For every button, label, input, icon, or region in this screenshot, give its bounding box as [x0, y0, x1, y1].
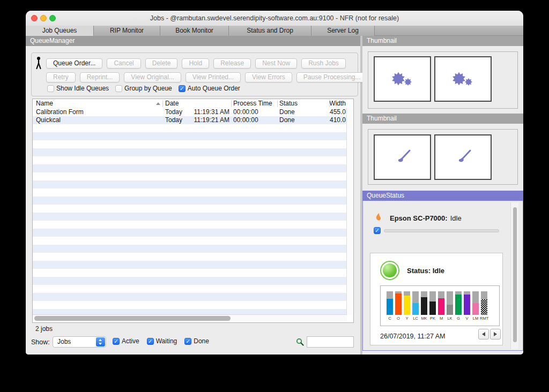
tab-rip-monitor[interactable]: RIP Monitor	[94, 26, 160, 36]
job-table-header[interactable]: NameDateProcess TimeStatusWidth	[33, 99, 353, 109]
main-tab-bar: Job QueuesRIP MonitorBook MonitorStatus …	[26, 26, 523, 36]
ink-channel-label: LK	[446, 316, 454, 321]
cell-process-time: 00:00:00	[233, 116, 276, 124]
queue-progress	[384, 229, 499, 232]
column-header-date[interactable]: Date	[165, 99, 179, 108]
ink-channel-label: Y	[403, 316, 411, 321]
queue-tool-icon	[34, 56, 43, 72]
tab-status-and-drop[interactable]: Status and Drop	[229, 26, 311, 36]
ink-bar-track	[412, 291, 419, 315]
active-checkbox[interactable]: ✓Active	[113, 337, 139, 345]
ink-channel-y: Y	[403, 291, 411, 321]
ink-bar-fill	[447, 305, 453, 315]
cell-process-time: 00:00:00	[233, 108, 276, 116]
queue-status-scrollbar-thumb[interactable]	[513, 207, 517, 342]
column-header-process-time[interactable]: Process Time	[233, 99, 272, 108]
printer-monitor-checkbox[interactable]: ✓	[374, 227, 381, 234]
thumbnail-image[interactable]	[374, 134, 431, 180]
window-title: Jobs - @rambutan.swdevel.serendipity-sof…	[26, 11, 523, 26]
column-header-status[interactable]: Status	[279, 99, 298, 108]
title-bar: Jobs - @rambutan.swdevel.serendipity-sof…	[26, 11, 523, 26]
column-header-name[interactable]: Name	[36, 99, 53, 108]
cell-width: 455.0	[301, 108, 346, 116]
cell-name: Quickcal	[36, 116, 154, 124]
ink-bar-fill	[438, 298, 444, 315]
ink-channel-mk: MK	[420, 291, 428, 321]
ink-channel-label: MK	[420, 316, 428, 321]
previous-status-button[interactable]	[478, 329, 489, 340]
ink-bar-track	[404, 291, 410, 315]
ink-channel-pk: PK	[428, 291, 437, 321]
printer-state: Idle	[450, 214, 462, 222]
column-separator	[277, 100, 278, 107]
ink-channel-label: LM	[471, 316, 480, 321]
ink-bar-track	[438, 291, 444, 315]
column-header-width[interactable]: Width	[301, 99, 346, 108]
ink-channel-label: V	[463, 316, 471, 321]
checkbox-label: Group by Queue	[124, 85, 172, 92]
delete-button[interactable]: Delete	[145, 58, 178, 69]
horizontal-scrollbar[interactable]	[33, 314, 347, 322]
tab-job-queues[interactable]: Job Queues	[26, 26, 94, 36]
job-table: NameDateProcess TimeStatusWidth Calibrat…	[32, 99, 354, 323]
job-count: 2 jobs	[35, 325, 53, 333]
thumbnail-image[interactable]	[434, 56, 492, 102]
thumbnail-image[interactable]	[374, 56, 431, 102]
ink-bar-fill	[421, 297, 427, 315]
show-idle-queues-checkbox[interactable]: Show Idle Queues	[47, 85, 109, 92]
checkbox-label: Waiting	[156, 337, 177, 345]
group-by-queue-checkbox[interactable]: Group by Queue	[115, 85, 172, 92]
view-original-button[interactable]: View Original...	[124, 72, 181, 82]
column-separator	[231, 100, 232, 107]
ink-bar-fill	[395, 293, 402, 315]
arrow-right-icon	[494, 332, 497, 336]
status-label: Status: Idle	[407, 267, 444, 275]
pause-processing-button[interactable]: Pause Processing...	[296, 72, 368, 82]
ink-bar-track	[464, 291, 470, 315]
search-input[interactable]	[307, 336, 354, 348]
vertical-scrollbar[interactable]	[346, 108, 353, 315]
show-dropdown[interactable]: Jobs	[53, 336, 106, 348]
auto-queue-order-checkbox[interactable]: ✓Auto Queue Order	[179, 85, 240, 92]
view-printed-button[interactable]: View Printed...	[186, 72, 241, 82]
printer-status-line: Epson SC-P7000:Idle	[390, 214, 462, 222]
view-errors-button[interactable]: View Errors	[245, 72, 292, 82]
retry-button[interactable]: Retry	[46, 72, 76, 82]
hold-button[interactable]: Hold	[182, 58, 209, 69]
printer-status-box: Status: Idle COYLCMKPKMLKGVLMRMT 26/07/2…	[370, 253, 503, 345]
reprint-button[interactable]: Reprint...	[80, 72, 120, 82]
ink-bar-track	[387, 291, 393, 315]
job-table-body: Calibration FormToday11:19:31 AM00:00:00…	[33, 108, 347, 315]
ink-channel-o: O	[394, 291, 403, 321]
thumbnail-image[interactable]	[434, 134, 492, 180]
cell-name: Calibration Form	[36, 108, 154, 116]
sort-ascending-icon	[156, 102, 160, 105]
cancel-button[interactable]: Cancel	[107, 58, 140, 69]
ink-bar-fill	[429, 301, 436, 315]
nest-now-button[interactable]: Nest Now	[255, 58, 297, 69]
checkbox-label: Active	[122, 337, 139, 345]
table-row[interactable]: QuickcalToday11:19:21 AM00:00:00Done410.…	[33, 116, 347, 124]
cell-time: 11:19:31 AM	[177, 108, 229, 116]
done-checkbox[interactable]: ✓Done	[184, 337, 209, 345]
table-row[interactable]: Calibration FormToday11:19:31 AM00:00:00…	[33, 108, 347, 116]
checkbox-box-icon: ✓	[179, 85, 186, 92]
queue-manager-panel-title: QueueManager	[26, 36, 360, 46]
queue-order-button[interactable]: Queue Order...	[46, 58, 102, 69]
rush-jobs-button[interactable]: Rush Jobs	[301, 58, 346, 69]
next-status-button[interactable]	[490, 329, 501, 340]
tab-book-monitor[interactable]: Book Monitor	[160, 26, 229, 36]
search-icon	[296, 338, 305, 348]
filter-checkboxes-row: ✓Active✓Waiting✓Done	[113, 337, 209, 345]
waiting-checkbox[interactable]: ✓Waiting	[147, 337, 177, 345]
app-window: Jobs - @rambutan.swdevel.serendipity-sof…	[26, 11, 523, 355]
arrow-left-icon	[482, 332, 485, 336]
tab-server-log[interactable]: Server Log	[311, 26, 375, 36]
checkbox-label: Show Idle Queues	[56, 85, 109, 92]
paintbrush-icon	[392, 147, 413, 168]
queue-status-scrollbar[interactable]	[510, 202, 518, 349]
release-button[interactable]: Release	[213, 58, 251, 69]
toolbar-row-2: RetryReprint...View Original...View Prin…	[46, 72, 368, 82]
column-separator	[329, 100, 330, 107]
horizontal-scrollbar-thumb[interactable]	[34, 316, 231, 321]
